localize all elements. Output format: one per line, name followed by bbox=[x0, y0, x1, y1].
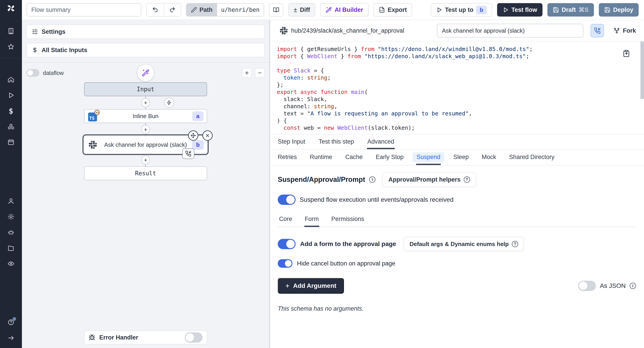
deploy-button[interactable]: Deploy bbox=[599, 3, 639, 16]
add-step-button[interactable]: + bbox=[141, 98, 150, 107]
draft-shortcut: ⌘S bbox=[578, 6, 588, 14]
code-scrollbar[interactable] bbox=[640, 42, 644, 99]
users-person-icon[interactable] bbox=[0, 193, 22, 209]
flow-panel: Settings All Static Inputs dataflow + − bbox=[22, 20, 270, 348]
favorites-star-icon[interactable] bbox=[0, 39, 22, 54]
input-node[interactable]: Input bbox=[84, 82, 207, 96]
test-flow-button[interactable]: Test flow bbox=[497, 3, 542, 16]
folders-icon[interactable] bbox=[0, 240, 22, 256]
add-step-button[interactable]: + bbox=[141, 125, 150, 134]
tab-cache[interactable]: Cache bbox=[345, 150, 363, 165]
schedules-calendar-icon[interactable] bbox=[0, 134, 22, 150]
step-name-input[interactable] bbox=[437, 24, 584, 38]
path-control: Path u/henri/ben bbox=[186, 3, 264, 16]
add-form-toggle[interactable] bbox=[278, 239, 296, 249]
phone-incoming-icon bbox=[185, 150, 192, 157]
play-icon bbox=[502, 7, 509, 13]
step-b-node-selected[interactable]: Ask channel for approval (slack) b bbox=[84, 136, 207, 154]
bun-baby-icon bbox=[94, 110, 100, 115]
windmill-logo[interactable] bbox=[6, 3, 16, 14]
topbar: Path u/henri/ben ±Diff AI Builder Export… bbox=[22, 0, 644, 20]
add-form-label: Add a form to the approval page bbox=[300, 240, 396, 248]
tab-core[interactable]: Core bbox=[278, 213, 293, 227]
undo-redo-group bbox=[146, 3, 181, 16]
step-a-node[interactable]: TS Inline Bun a bbox=[84, 109, 207, 123]
path-value[interactable]: u/henri/ben bbox=[217, 4, 264, 16]
export-button[interactable]: Export bbox=[374, 3, 412, 16]
edge-input-a: + bbox=[145, 96, 146, 109]
collapse-arrow-icon[interactable] bbox=[0, 330, 22, 346]
tab-permissions[interactable]: Permissions bbox=[331, 213, 365, 227]
suspend-heading: Suspend/Approval/Prompt bbox=[278, 176, 365, 184]
runs-play-icon[interactable] bbox=[0, 88, 22, 103]
plus-minus-icon: ± bbox=[294, 6, 297, 13]
tab-retries[interactable]: Retries bbox=[277, 150, 298, 165]
tab-mock[interactable]: Mock bbox=[481, 150, 497, 165]
tab-step-input[interactable]: Step Input bbox=[277, 135, 306, 149]
workspace-icon[interactable] bbox=[0, 23, 22, 39]
help-icon[interactable] bbox=[0, 314, 22, 330]
tab-form[interactable]: Form bbox=[304, 213, 319, 227]
suspend-section: Suspend/Approval/Prompt i Approval/Promp… bbox=[270, 166, 644, 348]
tab-test-this-step[interactable]: Test this step bbox=[318, 135, 354, 149]
draft-button[interactable]: Draft⌘S bbox=[548, 3, 594, 16]
error-handler-toggle[interactable] bbox=[185, 332, 202, 343]
docs-book-button[interactable] bbox=[269, 3, 283, 16]
tab-shared-directory[interactable]: Shared Directory bbox=[509, 150, 555, 165]
ai-builder-button[interactable]: AI Builder bbox=[320, 3, 368, 16]
zoom-out-button[interactable]: − bbox=[255, 68, 265, 78]
app-root: $ Path u/henri/ben bbox=[0, 0, 644, 348]
dataflow-toggle[interactable] bbox=[26, 69, 39, 77]
fork-icon bbox=[613, 27, 620, 34]
fork-button[interactable]: Fork bbox=[613, 27, 636, 34]
add-step-button[interactable]: + bbox=[141, 156, 150, 164]
sliders-icon bbox=[32, 29, 38, 35]
resources-cubes-icon[interactable] bbox=[0, 119, 22, 134]
bug-icon bbox=[88, 334, 95, 341]
tab-runtime[interactable]: Runtime bbox=[310, 150, 333, 165]
tab-advanced[interactable]: Advanced bbox=[367, 135, 395, 149]
edge-b-result: + bbox=[145, 154, 146, 166]
flow-settings-button[interactable]: Settings bbox=[26, 24, 265, 39]
approval-prompt-helpers-button[interactable]: Approval/Prompt helpers? bbox=[382, 172, 476, 187]
as-json-toggle[interactable] bbox=[578, 281, 596, 291]
wand-icon bbox=[142, 69, 149, 77]
path-edit-button[interactable]: Path bbox=[186, 4, 217, 16]
delete-step-button[interactable] bbox=[202, 130, 213, 141]
ai-flow-wand-button[interactable] bbox=[137, 65, 154, 81]
tab-early-stop[interactable]: Early Stop bbox=[375, 150, 404, 165]
question-icon: ? bbox=[512, 241, 518, 247]
help-badge-dot bbox=[12, 317, 16, 321]
suspend-phone-button[interactable] bbox=[590, 24, 604, 37]
tab-suspend[interactable]: Suspend bbox=[416, 150, 441, 165]
diff-button[interactable]: ±Diff bbox=[288, 3, 315, 16]
undo-button[interactable] bbox=[147, 4, 164, 16]
copy-code-button[interactable] bbox=[622, 50, 630, 58]
move-step-button[interactable] bbox=[188, 130, 198, 141]
trigger-bolt-button[interactable] bbox=[164, 98, 174, 108]
audit-eye-icon[interactable] bbox=[0, 256, 22, 272]
tab-sleep[interactable]: Sleep bbox=[453, 150, 469, 165]
variables-dollar-icon[interactable]: $ bbox=[0, 103, 22, 119]
suspend-phone-badge[interactable] bbox=[182, 148, 194, 159]
all-static-inputs-button[interactable]: All Static Inputs bbox=[26, 43, 265, 57]
result-node[interactable]: Result bbox=[84, 166, 207, 180]
default-args-help-button[interactable]: Default args & Dynamic enums help? bbox=[404, 237, 524, 251]
redo-button[interactable] bbox=[164, 4, 181, 16]
add-argument-button[interactable]: +Add Argument bbox=[278, 278, 344, 294]
code-editor[interactable]: import { getResumeUrls } from "https://d… bbox=[270, 42, 644, 134]
info-icon[interactable]: i bbox=[369, 176, 376, 183]
error-handler-row: Error Handler bbox=[84, 330, 207, 344]
test-up-to-button[interactable]: Test up tob bbox=[431, 3, 492, 16]
phone-incoming-icon bbox=[594, 27, 600, 34]
workers-robot-icon[interactable] bbox=[0, 224, 22, 240]
suspend-execution-toggle[interactable] bbox=[278, 194, 296, 205]
settings-gear-icon[interactable] bbox=[0, 209, 22, 224]
info-icon[interactable]: i bbox=[630, 283, 636, 289]
step-panel: hub/2439/slack/ask_channel_for_approval … bbox=[270, 20, 644, 348]
flow-summary-input[interactable] bbox=[26, 3, 141, 16]
zoom-in-button[interactable]: + bbox=[242, 68, 252, 78]
home-icon[interactable] bbox=[0, 72, 22, 88]
slack-icon bbox=[280, 27, 288, 34]
hide-cancel-toggle[interactable] bbox=[278, 259, 292, 268]
